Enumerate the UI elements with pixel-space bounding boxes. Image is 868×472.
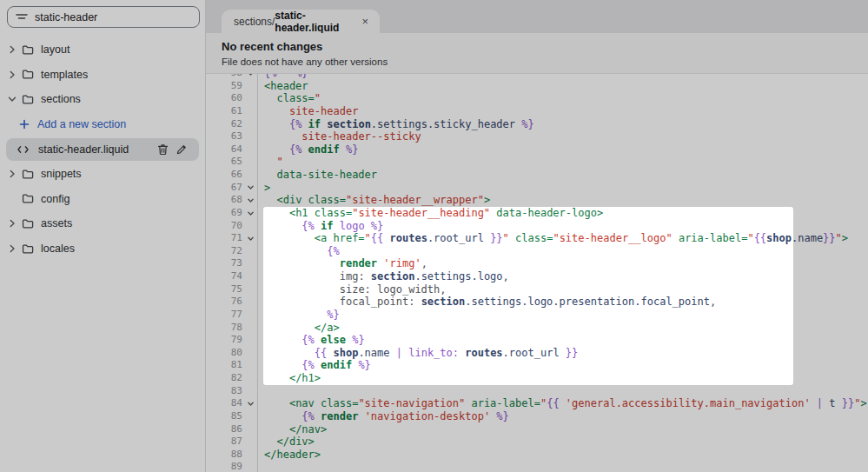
code-viewport[interactable]: 58{%- -%}59<header60 class="61 site-head…	[206, 74, 868, 472]
line-number: 77	[206, 309, 244, 322]
plus-icon	[19, 119, 33, 130]
code-line-58[interactable]: 58{%- -%}	[206, 74, 868, 80]
code-line-62[interactable]: 62 {% if section.settings.sticky_header …	[206, 118, 868, 131]
code-line-87[interactable]: 87 </div>	[206, 435, 868, 449]
code-line-71[interactable]: 71 <a href="{{ routes.root_url }}" class…	[206, 232, 868, 245]
code-line-61[interactable]: 61 site-header	[206, 105, 868, 118]
chevron-right-icon[interactable]	[7, 218, 22, 229]
fold-icon[interactable]	[244, 397, 257, 410]
line-number: 66	[206, 169, 244, 182]
code-line-67[interactable]: 67>	[206, 182, 868, 195]
sidebar-item-layout[interactable]: layout	[0, 37, 205, 63]
code-text	[257, 461, 868, 472]
code-text: {% else %}	[257, 334, 868, 347]
sidebar-item-label: assets	[39, 217, 72, 229]
code-line-86[interactable]: 86 </nav>	[206, 423, 868, 436]
code-text: site-header	[257, 105, 868, 118]
line-number: 70	[206, 220, 244, 233]
line-number: 59	[206, 80, 244, 93]
fold-icon[interactable]	[244, 194, 257, 207]
code-text	[257, 385, 868, 398]
code-line-89[interactable]: 89	[206, 461, 868, 472]
line-number: 68	[206, 194, 244, 207]
file-search-box[interactable]	[7, 6, 200, 28]
sidebar-item-locales[interactable]: locales	[0, 236, 205, 262]
line-number: 73	[206, 257, 244, 270]
code-line-74[interactable]: 74 img: section.settings.logo,	[206, 270, 868, 283]
code-line-68[interactable]: 68 <div class="site-header__wrapper">	[206, 194, 868, 207]
sidebar-item-templates[interactable]: templates	[0, 63, 205, 88]
line-number: 61	[206, 105, 244, 118]
folder-icon	[22, 243, 39, 255]
line-number: 78	[206, 322, 244, 335]
trash-icon[interactable]	[153, 143, 172, 156]
code-line-78[interactable]: 78 </a>	[206, 322, 868, 335]
code-line-82[interactable]: 82 </h1>	[206, 372, 868, 385]
chevron-right-icon[interactable]	[7, 243, 22, 254]
code-line-63[interactable]: 63 site-header--sticky	[206, 130, 868, 143]
fold-icon[interactable]	[244, 232, 257, 245]
line-number: 63	[206, 130, 244, 143]
line-number: 64	[206, 143, 244, 156]
code-text: size: logo_width,	[257, 283, 868, 296]
code-line-69[interactable]: 69 <h1 class="site-header__heading" data…	[206, 207, 868, 220]
fold-icon[interactable]	[244, 74, 257, 80]
code-line-79[interactable]: 79 {% else %}	[206, 334, 868, 347]
code-line-84[interactable]: 84 <nav class="site-navigation" aria-lab…	[206, 397, 868, 410]
sidebar-item-label: templates	[39, 69, 88, 81]
sidebar-item-assets[interactable]: assets	[0, 211, 205, 236]
sidebar-item-static-header[interactable]: static-header.liquid	[6, 138, 199, 161]
line-number: 83	[206, 385, 244, 398]
search-input[interactable]	[35, 11, 191, 23]
code-line-75[interactable]: 75 size: logo_width,	[206, 283, 868, 296]
code-text: {%	[257, 245, 868, 258]
folder-icon	[22, 169, 39, 180]
line-number: 62	[206, 118, 244, 131]
code-text: {% render 'navigation-desktop' %}	[257, 410, 868, 423]
sidebar-item-snippets[interactable]: snippets	[0, 162, 205, 187]
sidebar-item-label: sections	[39, 93, 81, 105]
code-line-76[interactable]: 76 focal_point: section.settings.logo.pr…	[206, 296, 868, 309]
chevron-down-icon[interactable]	[7, 94, 22, 104]
sidebar-item-sections[interactable]: sections	[0, 87, 205, 112]
sidebar-item-label: snippets	[39, 168, 82, 180]
code-line-59[interactable]: 59<header	[206, 80, 868, 93]
code-text: site-header--sticky	[257, 130, 868, 143]
fold-icon[interactable]	[244, 182, 257, 195]
code-text: class="	[257, 92, 868, 105]
code-text: >	[257, 182, 868, 195]
pencil-icon[interactable]	[172, 143, 191, 156]
line-number: 67	[206, 182, 244, 195]
line-number: 76	[206, 296, 244, 309]
code-line-70[interactable]: 70 {% if logo %}	[206, 220, 868, 233]
sidebar-item-config[interactable]: config	[0, 187, 205, 212]
line-number: 89	[206, 461, 244, 472]
code-line-72[interactable]: 72 {%	[206, 245, 868, 258]
version-title: No recent changes	[222, 40, 868, 53]
close-icon[interactable]: ×	[359, 16, 371, 27]
code-line-64[interactable]: 64 {% endif %}	[206, 143, 868, 156]
file-sidebar: layouttemplatessectionsAdd a new section…	[0, 0, 206, 472]
code-line-81[interactable]: 81 {% endif %}	[206, 359, 868, 372]
editor-panel: sections/static-header.liquid × No recen…	[206, 0, 868, 472]
code-line-60[interactable]: 60 class="	[206, 92, 868, 105]
code-line-80[interactable]: 80 {{ shop.name | link_to: routes.root_u…	[206, 347, 868, 360]
code-text: <h1 class="site-header__heading" data-he…	[257, 207, 868, 220]
chevron-right-icon[interactable]	[7, 44, 22, 55]
code-line-66[interactable]: 66 data-site-header	[206, 169, 868, 182]
folder-icon	[22, 94, 39, 105]
code-line-73[interactable]: 73 render 'rimg',	[206, 257, 868, 270]
code-text: data-site-header	[257, 169, 868, 182]
fold-icon[interactable]	[244, 207, 257, 220]
code-line-88[interactable]: 88</header>	[206, 449, 868, 462]
code-line-85[interactable]: 85 {% render 'navigation-desktop' %}	[206, 410, 868, 423]
code-line-65[interactable]: 65 "	[206, 156, 868, 169]
chevron-right-icon[interactable]	[7, 70, 22, 80]
sidebar-item-add-section[interactable]: Add a new section	[0, 112, 205, 137]
line-number: 81	[206, 359, 244, 372]
code-lines: 58{%- -%}59<header60 class="61 site-head…	[206, 74, 868, 472]
code-line-77[interactable]: 77 %}	[206, 309, 868, 322]
tab-static-header[interactable]: sections/static-header.liquid ×	[222, 10, 380, 33]
code-line-83[interactable]: 83	[206, 385, 868, 398]
chevron-right-icon[interactable]	[7, 169, 22, 179]
